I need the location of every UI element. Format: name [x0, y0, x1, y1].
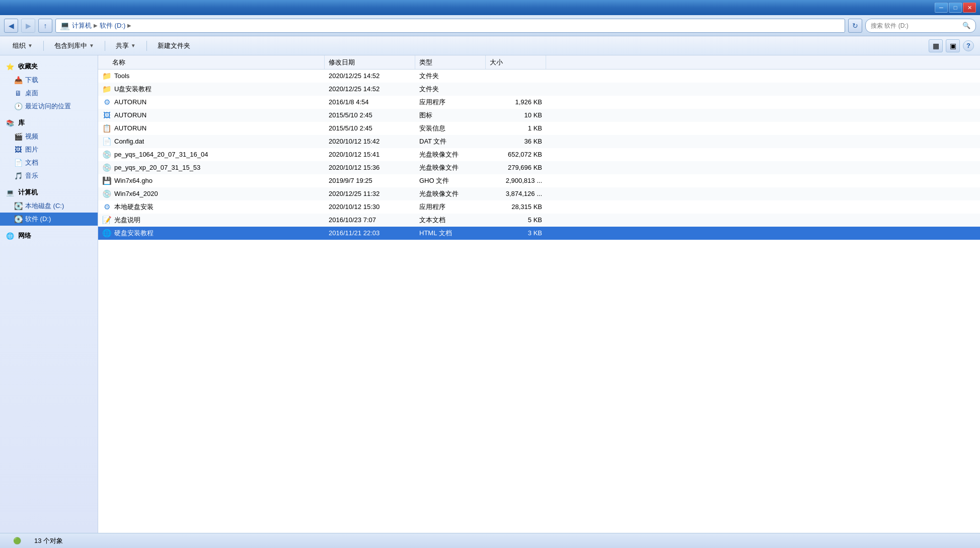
col-size-label: 大小: [490, 58, 503, 67]
file-name: Win7x64.gho: [114, 177, 153, 184]
table-row[interactable]: 💿 Win7x64_2020 2020/12/25 11:32 光盘映像文件 3…: [98, 187, 980, 200]
file-name: 本地硬盘安装: [114, 202, 154, 212]
file-icon: 📋: [102, 124, 111, 133]
organize-button[interactable]: 组织 ▼: [6, 39, 39, 53]
table-row[interactable]: ⚙ 本地硬盘安装 2020/10/12 15:30 应用程序 28,315 KB: [98, 200, 980, 214]
toolbar-sep-1: [43, 41, 44, 51]
back-button[interactable]: ◀: [4, 19, 18, 33]
breadcrumb-software-d[interactable]: 软件 (D:): [100, 21, 125, 30]
main-layout: ⭐ 收藏夹 📥 下载 🖥 桌面 🕐 最近访问的位置 📚 库: [0, 55, 980, 533]
minimize-button[interactable]: ─: [935, 3, 948, 13]
file-modified: 2020/10/12 15:42: [325, 138, 415, 145]
table-row[interactable]: 🖼 AUTORUN 2015/5/10 2:45 图标 10 KB: [98, 109, 980, 122]
toolbar-sep-2: [105, 41, 105, 51]
computer-icon: 💻: [5, 187, 15, 197]
sidebar-item-download[interactable]: 📥 下载: [0, 74, 98, 87]
close-button[interactable]: ✕: [963, 3, 976, 13]
library-label: 库: [18, 118, 25, 127]
table-row[interactable]: 🌐 硬盘安装教程 2016/11/21 22:03 HTML 文档 3 KB: [98, 227, 980, 240]
new-folder-button[interactable]: 新建文件夹: [151, 39, 197, 53]
breadcrumb-computer[interactable]: 计算机: [72, 21, 92, 30]
table-row[interactable]: 💾 Win7x64.gho 2019/9/7 19:25 GHO 文件 2,90…: [98, 174, 980, 187]
sidebar-item-music[interactable]: 🎵 音乐: [0, 169, 98, 182]
file-type: 文本文档: [415, 216, 486, 225]
file-name-cell: 📁 Tools: [98, 72, 325, 81]
network-header[interactable]: 🌐 网络: [0, 229, 98, 243]
file-name-cell: 💾 Win7x64.gho: [98, 176, 325, 185]
file-area: 名称 修改日期 类型 大小 📁 Tools 2020/12/25 14:52 文…: [98, 55, 980, 533]
statusbar: 🟢 13 个对象: [0, 533, 980, 548]
sidebar-item-recent[interactable]: 🕐 最近访问的位置: [0, 100, 98, 113]
table-row[interactable]: 📄 Config.dat 2020/10/12 15:42 DAT 文件 36 …: [98, 135, 980, 148]
toolbar-right: ▦ ▣ ?: [929, 39, 974, 52]
file-name-cell: 🌐 硬盘安装教程: [98, 229, 325, 238]
images-label: 图片: [25, 145, 38, 154]
sidebar-item-desktop[interactable]: 🖥 桌面: [0, 87, 98, 100]
favorites-section: ⭐ 收藏夹 📥 下载 🖥 桌面 🕐 最近访问的位置: [0, 59, 98, 113]
file-size: 3 KB: [486, 229, 546, 237]
table-row[interactable]: 📋 AUTORUN 2015/5/10 2:45 安装信息 1 KB: [98, 122, 980, 135]
sidebar-item-software-d[interactable]: 💽 软件 (D:): [0, 213, 98, 226]
status-icon: 🟢: [8, 532, 26, 549]
sidebar-item-video[interactable]: 🎬 视频: [0, 130, 98, 143]
file-name-cell: 💿 Win7x64_2020: [98, 189, 325, 198]
view-toggle-button[interactable]: ▦: [929, 39, 943, 52]
help-button[interactable]: ?: [963, 40, 974, 51]
file-size: 1 KB: [486, 124, 546, 132]
file-modified: 2019/9/7 19:25: [325, 177, 415, 184]
table-row[interactable]: 📝 光盘说明 2016/10/23 7:07 文本文档 5 KB: [98, 214, 980, 227]
col-modified-header[interactable]: 修改日期: [325, 55, 415, 69]
video-label: 视频: [25, 132, 38, 141]
network-label: 网络: [18, 231, 31, 240]
file-icon: 📁: [102, 85, 111, 94]
table-row[interactable]: 📁 U盘安装教程 2020/12/25 14:52 文件夹: [98, 83, 980, 96]
documents-label: 文档: [25, 158, 38, 167]
maximize-button[interactable]: □: [949, 3, 962, 13]
search-input[interactable]: [871, 22, 959, 29]
file-name: AUTORUN: [114, 98, 146, 106]
favorites-header[interactable]: ⭐ 收藏夹: [0, 59, 98, 74]
file-name: Win7x64_2020: [114, 190, 158, 197]
file-icon: 💿: [102, 189, 111, 198]
include-in-library-button[interactable]: 包含到库中 ▼: [48, 39, 101, 53]
up-button[interactable]: ↑: [38, 19, 52, 33]
file-modified: 2020/12/25 14:52: [325, 85, 415, 93]
col-size-header[interactable]: 大小: [486, 55, 546, 69]
table-row[interactable]: 💿 pe_yqs_xp_20_07_31_15_53 2020/10/12 15…: [98, 161, 980, 174]
file-name: pe_yqs_xp_20_07_31_15_53: [114, 164, 200, 171]
file-type: 应用程序: [415, 202, 486, 212]
library-header[interactable]: 📚 库: [0, 116, 98, 130]
search-icon[interactable]: 🔍: [962, 22, 970, 29]
file-icon: 💿: [102, 163, 111, 172]
table-row[interactable]: 💿 pe_yqs_1064_20_07_31_16_04 2020/10/12 …: [98, 148, 980, 161]
file-size: 1,926 KB: [486, 98, 546, 106]
table-row[interactable]: ⚙ AUTORUN 2016/1/8 4:54 应用程序 1,926 KB: [98, 96, 980, 109]
sidebar-item-local-c[interactable]: 💽 本地磁盘 (C:): [0, 199, 98, 213]
file-name: AUTORUN: [114, 111, 146, 119]
table-row[interactable]: 📁 Tools 2020/12/25 14:52 文件夹: [98, 70, 980, 83]
sidebar-item-images[interactable]: 🖼 图片: [0, 143, 98, 156]
sidebar-item-documents[interactable]: 📄 文档: [0, 156, 98, 169]
preview-pane-button[interactable]: ▣: [946, 39, 960, 52]
file-name-cell: 📁 U盘安装教程: [98, 85, 325, 94]
toolbar-sep-3: [146, 41, 147, 51]
documents-icon: 📄: [14, 159, 22, 167]
network-section: 🌐 网络: [0, 229, 98, 243]
file-size: 10 KB: [486, 111, 546, 119]
breadcrumb-computer-icon: 💻: [60, 21, 70, 30]
computer-header[interactable]: 💻 计算机: [0, 185, 98, 199]
refresh-button[interactable]: ↻: [848, 19, 862, 33]
forward-button[interactable]: ▶: [21, 19, 35, 33]
file-icon: 📄: [102, 137, 111, 146]
file-name: 硬盘安装教程: [114, 229, 154, 238]
file-name-cell: 📝 光盘说明: [98, 216, 325, 225]
file-name-cell: 🖼 AUTORUN: [98, 111, 325, 120]
download-label: 下载: [25, 76, 38, 85]
col-name-header[interactable]: 名称: [98, 55, 325, 69]
file-modified: 2020/12/25 11:32: [325, 190, 415, 197]
col-type-header[interactable]: 类型: [415, 55, 486, 69]
file-name-cell: 💿 pe_yqs_xp_20_07_31_15_53: [98, 163, 325, 172]
library-section: 📚 库 🎬 视频 🖼 图片 📄 文档 🎵 音乐: [0, 116, 98, 182]
file-size: 5 KB: [486, 216, 546, 224]
share-button[interactable]: 共享 ▼: [109, 39, 142, 53]
